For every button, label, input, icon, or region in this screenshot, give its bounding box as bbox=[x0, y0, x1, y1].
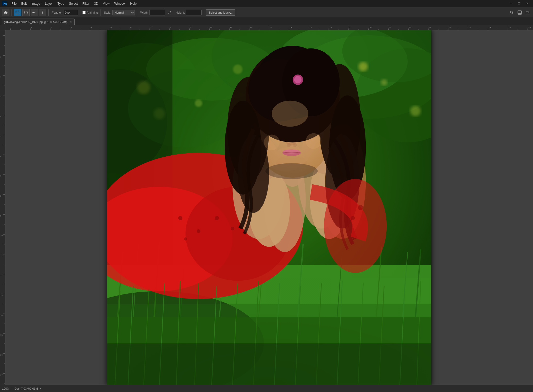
svg-text:16: 16 bbox=[329, 26, 332, 29]
svg-text:4: 4 bbox=[0, 115, 2, 118]
svg-text:14: 14 bbox=[0, 314, 3, 316]
ruler-corner bbox=[0, 25, 5, 30]
ruler-left: 12345678910111213141516171819 bbox=[0, 30, 5, 385]
width-input[interactable] bbox=[149, 10, 165, 15]
svg-point-234 bbox=[358, 205, 363, 210]
svg-text:Ps: Ps bbox=[3, 2, 7, 6]
right-tools bbox=[508, 9, 531, 16]
svg-text:8: 8 bbox=[170, 26, 171, 29]
svg-text:9: 9 bbox=[190, 26, 191, 29]
single-row-marquee-tool[interactable] bbox=[31, 9, 38, 16]
doc-size: Doc: 7,03M/7,03M bbox=[14, 387, 38, 390]
elliptical-marquee-tool[interactable] bbox=[22, 9, 30, 16]
tabbar: girl-looking-1204285_1920.jpg @ 100% (RG… bbox=[0, 18, 533, 25]
menu-select[interactable]: Select bbox=[67, 1, 80, 6]
svg-text:12: 12 bbox=[0, 274, 3, 277]
svg-rect-8 bbox=[518, 11, 521, 14]
svg-text:13: 13 bbox=[270, 26, 272, 29]
svg-point-239 bbox=[306, 133, 321, 149]
canvas-wrapper[interactable] bbox=[5, 30, 533, 385]
svg-point-216 bbox=[287, 143, 291, 147]
svg-text:3: 3 bbox=[71, 26, 72, 29]
menu-image[interactable]: Image bbox=[29, 1, 42, 6]
minimize-button[interactable]: ─ bbox=[507, 0, 515, 7]
menu-type[interactable]: Type bbox=[55, 1, 66, 6]
svg-rect-2 bbox=[16, 11, 19, 14]
svg-point-189 bbox=[215, 216, 219, 220]
menu-bar: File Edit Image Layer Type Select Filter… bbox=[9, 1, 507, 6]
svg-text:4: 4 bbox=[91, 26, 92, 29]
feather-input[interactable] bbox=[64, 10, 78, 15]
select-and-mask-button[interactable]: Select and Mask... bbox=[206, 9, 236, 16]
menu-file[interactable]: File bbox=[9, 1, 19, 6]
status-arrow[interactable]: › bbox=[40, 387, 41, 390]
svg-text:1: 1 bbox=[31, 26, 32, 29]
titlebar: Ps File Edit Image Layer Type Select Fil… bbox=[0, 0, 533, 7]
separator-4 bbox=[101, 9, 101, 16]
svg-point-259 bbox=[137, 81, 150, 94]
home-button[interactable] bbox=[2, 9, 9, 16]
svg-text:7: 7 bbox=[0, 175, 2, 177]
rectangular-marquee-tool[interactable] bbox=[14, 9, 21, 16]
svg-text:6: 6 bbox=[0, 155, 2, 157]
svg-point-163 bbox=[358, 62, 368, 71]
menu-view[interactable]: View bbox=[101, 1, 112, 6]
canvas-area: 0123456789101112131415161718192021222324… bbox=[0, 25, 533, 385]
svg-text:12: 12 bbox=[250, 26, 252, 29]
anti-alias-label: Anti-alias bbox=[87, 11, 98, 14]
svg-text:22: 22 bbox=[449, 26, 451, 29]
menu-edit[interactable]: Edit bbox=[19, 1, 29, 6]
close-button[interactable]: ✕ bbox=[523, 0, 531, 7]
photo-canvas bbox=[107, 30, 431, 385]
svg-point-217 bbox=[293, 143, 297, 147]
single-column-marquee-tool[interactable] bbox=[39, 9, 46, 16]
svg-point-233 bbox=[324, 179, 387, 273]
svg-text:17: 17 bbox=[0, 374, 3, 376]
svg-text:11: 11 bbox=[0, 254, 3, 257]
svg-text:5: 5 bbox=[110, 26, 112, 29]
svg-text:20: 20 bbox=[409, 26, 411, 29]
ruler-top: 0123456789101112131415161718192021222324… bbox=[5, 25, 533, 30]
width-label: Width: bbox=[140, 11, 148, 14]
svg-point-3 bbox=[24, 11, 27, 14]
feather-label: Feather: bbox=[52, 11, 63, 14]
svg-rect-258 bbox=[107, 343, 431, 385]
svg-point-190 bbox=[184, 237, 187, 240]
svg-text:2: 2 bbox=[51, 26, 52, 29]
document-tab[interactable]: girl-looking-1204285_1920.jpg @ 100% (RG… bbox=[1, 19, 75, 25]
swap-dimensions-button[interactable]: ⇄ bbox=[166, 9, 174, 16]
svg-point-167 bbox=[410, 106, 421, 116]
menu-filter[interactable]: Filter bbox=[80, 1, 92, 6]
ruler-left-svg: 12345678910111213141516171819 bbox=[0, 30, 5, 385]
app-logo: Ps bbox=[2, 1, 7, 6]
svg-text:17: 17 bbox=[349, 26, 352, 29]
menu-3d[interactable]: 3D bbox=[92, 1, 100, 6]
svg-text:9: 9 bbox=[0, 215, 2, 217]
svg-text:25: 25 bbox=[508, 26, 511, 29]
workspace-button[interactable] bbox=[516, 9, 523, 16]
menu-window[interactable]: Window bbox=[112, 1, 128, 6]
svg-line-7 bbox=[512, 13, 514, 14]
svg-text:0: 0 bbox=[11, 26, 12, 29]
tab-close-button[interactable]: × bbox=[70, 20, 72, 23]
svg-point-235 bbox=[351, 216, 355, 220]
menu-layer[interactable]: Layer bbox=[43, 1, 55, 6]
restore-button[interactable]: ❐ bbox=[515, 0, 523, 7]
svg-point-238 bbox=[264, 134, 280, 150]
svg-rect-94 bbox=[0, 30, 5, 385]
svg-point-232 bbox=[294, 76, 302, 83]
separator-2 bbox=[48, 9, 49, 16]
svg-text:6: 6 bbox=[130, 26, 132, 29]
window-controls: ─ ❐ ✕ bbox=[507, 0, 531, 7]
anti-alias-checkbox[interactable] bbox=[82, 11, 86, 14]
zoom-level: 100% bbox=[2, 387, 9, 390]
menu-help[interactable]: Help bbox=[128, 1, 139, 6]
height-label: Height: bbox=[176, 11, 185, 14]
svg-point-191 bbox=[231, 226, 234, 230]
search-button[interactable] bbox=[508, 9, 515, 16]
svg-text:24: 24 bbox=[488, 26, 491, 29]
share-button[interactable] bbox=[524, 9, 531, 16]
height-input[interactable] bbox=[186, 10, 202, 15]
style-select[interactable]: Normal Fixed Ratio Fixed Size bbox=[112, 10, 135, 15]
svg-text:2: 2 bbox=[0, 76, 2, 78]
